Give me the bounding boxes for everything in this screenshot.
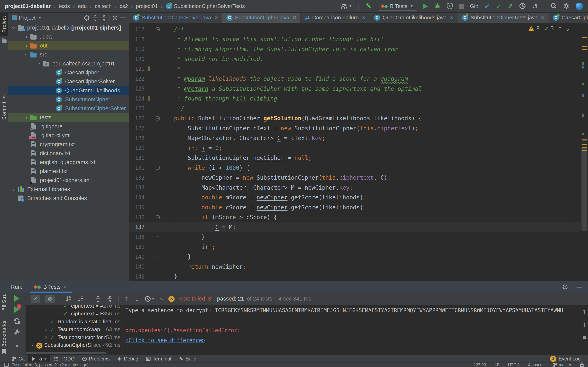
event-log-button[interactable]: 3 Event Log bbox=[550, 356, 588, 362]
code-line-121[interactable]: 121 * bbox=[129, 64, 581, 74]
code-line-118[interactable]: 118 * Attempt to solve this substitution… bbox=[129, 34, 581, 44]
more-icon[interactable]: » bbox=[160, 296, 163, 302]
stripe-commit-tab[interactable]: Commit bbox=[0, 94, 8, 120]
code-line-133[interactable]: 133 Map<Character, Character> M = newCip… bbox=[129, 183, 581, 193]
code-line-142[interactable]: 142⌂} bbox=[129, 272, 581, 282]
code-line-139[interactable]: 139 i++; bbox=[129, 242, 581, 252]
code-line-119[interactable]: 119 * climbing algorithm. The Substituti… bbox=[129, 44, 581, 54]
code-line-132[interactable]: 132 newCipher = new SubstitutionCipher(t… bbox=[129, 173, 581, 183]
scrollbar-thumb[interactable] bbox=[581, 147, 587, 231]
breadcrumb[interactable]: project01-dabellar›tests›edu›caltech›cs2… bbox=[5, 3, 245, 9]
gear-icon[interactable] bbox=[562, 284, 568, 290]
gutter[interactable]: 129 bbox=[129, 145, 166, 151]
show-ignored-toggle[interactable]: ⊘ bbox=[45, 295, 55, 303]
stripe-mark[interactable] bbox=[582, 49, 587, 50]
gutter[interactable]: 132 bbox=[129, 175, 166, 181]
tree-chevron-icon[interactable]: › bbox=[36, 60, 42, 67]
close-icon[interactable]: ✕ bbox=[214, 15, 218, 20]
test-row[interactable]: ›✕SubstitutionCipherSolv2 sec 492 ms bbox=[26, 341, 122, 349]
test-tree[interactable]: ✓ciphertext = ABABAB,270 ms✓ciphertext =… bbox=[26, 305, 122, 351]
soft-wrap-icon[interactable]: ≣ bbox=[582, 334, 586, 340]
gutter[interactable]: 124 bbox=[129, 96, 166, 102]
tree-item-scratches-and-consoles[interactable]: Scratches and Consoles bbox=[8, 194, 129, 203]
test-row[interactable]: ›✓Test randomSwap63 ms bbox=[26, 325, 122, 334]
breadcrumb-item[interactable]: cs2 bbox=[120, 3, 128, 9]
gutter[interactable]: 130 bbox=[129, 155, 166, 161]
toolwindow-build-button[interactable]: Build bbox=[175, 355, 200, 363]
tree-item-quadgramlikelihoods[interactable]: CQuadGramLikelihoods bbox=[8, 86, 129, 95]
indent-setting[interactable]: 4 spaces bbox=[528, 363, 545, 367]
stripe-bookmarks-tab[interactable]: Bookmarks bbox=[0, 320, 8, 354]
stripe-mark[interactable] bbox=[582, 140, 587, 141]
editor-tab[interactable]: CSubstitutionCipherTests.java✕ bbox=[458, 13, 549, 23]
code-line-123[interactable]: 123 * @return a SubstitutionCipher with … bbox=[129, 84, 581, 94]
code-line-129[interactable]: 129 int i = 0; bbox=[129, 143, 581, 153]
avatar[interactable] bbox=[576, 3, 583, 10]
gutter[interactable]: 136− bbox=[129, 214, 166, 220]
gear-icon[interactable] bbox=[112, 15, 118, 21]
tree-item-src[interactable]: ›src bbox=[8, 50, 129, 59]
inspections-widget[interactable]: 8 ✓✓3 ⌃ ⌄ bbox=[528, 25, 569, 32]
gutter[interactable]: 120 bbox=[129, 56, 166, 62]
sort-alpha-icon[interactable] bbox=[66, 296, 72, 302]
sort-duration-icon[interactable] bbox=[77, 296, 84, 302]
code-line-140[interactable]: 140⌂ } bbox=[129, 252, 581, 262]
gutter[interactable]: 133 bbox=[129, 184, 166, 191]
chevron-down-icon[interactable]: ▼ bbox=[38, 16, 42, 20]
tree-item-edu.caltech.cs2.project01[interactable]: ›edu.caltech.cs2.project01 bbox=[8, 59, 129, 68]
close-icon[interactable]: ✕ bbox=[541, 15, 545, 20]
close-icon[interactable]: ✕ bbox=[450, 15, 454, 20]
gutter[interactable]: 128 bbox=[129, 135, 166, 141]
editor-tab[interactable]: ⇄Comparison Failure✕ bbox=[301, 13, 370, 23]
expand-all-icon[interactable] bbox=[92, 15, 98, 21]
console-line[interactable]: <Click to see difference> bbox=[122, 335, 581, 345]
project-view-title[interactable]: Project bbox=[19, 15, 35, 21]
tree-chevron-icon[interactable]: › bbox=[30, 341, 35, 349]
toolwindow-problems-button[interactable]: Problems bbox=[78, 355, 113, 363]
next-failed-icon[interactable]: ↓ bbox=[134, 295, 139, 302]
hide-panel-icon[interactable] bbox=[120, 17, 126, 18]
code-line-125[interactable]: 125⌂ */ bbox=[129, 104, 581, 114]
tree-chevron-icon[interactable]: › bbox=[10, 186, 17, 192]
code-line-128[interactable]: 128 Map<Character, Character> C = cText.… bbox=[129, 133, 581, 143]
tree-item-external-libraries[interactable]: ›External Libraries bbox=[8, 185, 129, 194]
collapse-all-icon[interactable] bbox=[101, 15, 107, 21]
code-line-124[interactable]: 124 * found through hill climbing bbox=[129, 94, 581, 104]
git-branch-widget[interactable]: master bbox=[553, 363, 571, 367]
breadcrumb-item[interactable]: edu bbox=[78, 3, 87, 9]
gutter[interactable]: 125⌂ bbox=[129, 105, 166, 111]
tree-chevron-icon[interactable]: › bbox=[23, 43, 30, 49]
close-icon[interactable]: ✕ bbox=[362, 15, 365, 20]
breadcrumb-item[interactable]: project01-dabellar bbox=[5, 3, 51, 9]
stop-button[interactable] bbox=[459, 4, 464, 9]
tree-chevron-icon[interactable]: › bbox=[11, 24, 17, 31]
test-row[interactable]: ›✓Test constructor for rando53 ms bbox=[26, 333, 122, 341]
gutter[interactable]: 121 bbox=[129, 66, 166, 72]
gutter[interactable]: 137 bbox=[129, 224, 166, 230]
rerun-failed-button[interactable] bbox=[8, 306, 26, 314]
stripe-mark[interactable] bbox=[582, 66, 584, 68]
stripe-mark[interactable] bbox=[582, 114, 584, 117]
settings-gear-icon[interactable] bbox=[563, 3, 570, 10]
gutter[interactable]: 135 bbox=[129, 204, 166, 210]
code-line-117[interactable]: 117−/** bbox=[129, 25, 581, 34]
collapse-all-icon[interactable] bbox=[107, 296, 113, 302]
tree-item-project01-dabellar[interactable]: ›project01-dabellar [project01-ciphers] bbox=[8, 23, 129, 32]
tree-chevron-icon[interactable]: › bbox=[23, 114, 30, 121]
toolwindow-run-button[interactable]: Run bbox=[28, 355, 50, 363]
gutter[interactable]: 131− bbox=[129, 165, 166, 171]
close-icon[interactable]: ✕ bbox=[293, 15, 296, 20]
code-line-131[interactable]: 131− while (i < 1000) { bbox=[129, 163, 581, 173]
run-config-select[interactable]: B Tests ▼ bbox=[378, 2, 417, 11]
gutter[interactable]: 139 bbox=[129, 244, 166, 250]
gutter[interactable]: 142⌂ bbox=[129, 274, 166, 280]
users-icon[interactable]: ▼ bbox=[341, 3, 352, 9]
stripe-mark[interactable] bbox=[582, 133, 584, 135]
test-row[interactable]: ✓Random is a static field1 ms bbox=[26, 318, 122, 325]
run-button[interactable] bbox=[423, 3, 428, 9]
rerun-button[interactable] bbox=[8, 295, 26, 302]
gutter[interactable]: 138⌂ bbox=[129, 234, 166, 240]
tree-item-out[interactable]: ›out bbox=[8, 41, 129, 50]
breadcrumb-item[interactable]: caltech bbox=[95, 3, 112, 9]
code-line-136[interactable]: 136− if (mScore > cScore) { bbox=[129, 212, 581, 222]
